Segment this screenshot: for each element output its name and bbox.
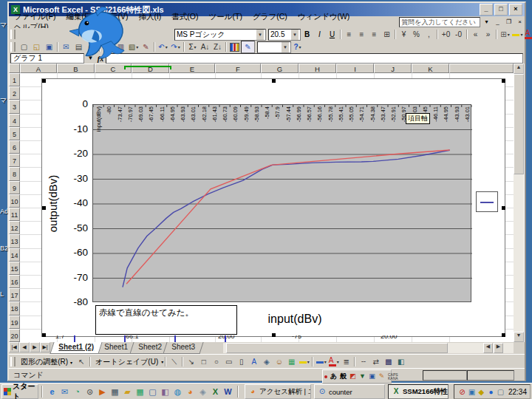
text-box-icon[interactable]: ▭ — [222, 356, 235, 367]
percent-icon[interactable]: % — [410, 29, 423, 40]
chart-text-box[interactable]: 赤線で直線のせてみた。 — [95, 305, 237, 335]
column-header-C[interactable]: C — [95, 64, 132, 73]
column-header-J[interactable]: J — [374, 64, 412, 73]
open-icon[interactable]: ◱ — [30, 41, 43, 52]
shadow-icon[interactable]: ▩ — [382, 356, 395, 367]
fill-color-icon[interactable]: ▾ — [511, 29, 524, 40]
sort-asc-icon[interactable]: A↓ — [199, 41, 211, 52]
autoshape-button[interactable]: オートシェイプ(U) — [92, 357, 161, 367]
task-button-1[interactable]: ◕アクセス解析 | ユ... — [245, 384, 311, 399]
task-button-2[interactable]: ⊙counter — [314, 384, 385, 399]
menu-5[interactable]: ツール(T) — [204, 11, 248, 21]
minimize-button[interactable]: _ — [480, 4, 493, 16]
arrow-icon[interactable]: ↘ — [185, 356, 197, 367]
drawing-icon[interactable]: ✎ — [241, 41, 255, 53]
line-color-icon[interactable]: ▾ — [315, 356, 327, 367]
row-header-19[interactable]: 19 — [9, 316, 20, 329]
tab-next-icon[interactable]: ▶ — [30, 342, 40, 352]
selection-handle[interactable] — [272, 79, 276, 83]
messenger-icon[interactable]: ● — [486, 388, 496, 396]
oval-icon[interactable]: ○ — [210, 356, 222, 367]
redo-icon[interactable]: ↷▾ — [169, 41, 182, 52]
vertical-text-box-icon[interactable]: ▯ — [235, 356, 248, 367]
ie-icon[interactable]: e — [46, 386, 58, 398]
row-header-8[interactable]: 8 — [9, 167, 20, 180]
font-color-icon[interactable]: A▾ — [327, 356, 340, 367]
clip-art-icon[interactable]: ☺ — [273, 356, 285, 367]
font-name-combo[interactable]: MS Pゴシック ▼ — [174, 29, 266, 41]
column-header-E[interactable]: E — [169, 64, 215, 73]
shape-adjust-button[interactable]: 図形の調整(R) ▾ — [18, 357, 75, 367]
dash-style-icon[interactable]: ╌ — [357, 356, 369, 367]
question-input[interactable]: 質問を入力してください — [399, 17, 480, 27]
ime-tool2-icon[interactable]: ▼ — [358, 372, 367, 381]
column-header-K[interactable]: K — [412, 64, 449, 73]
column-header-I[interactable]: I — [336, 64, 374, 73]
task-button-3[interactable]: XSSM2166特性... — [388, 384, 449, 399]
arrow-style-icon[interactable]: ⇄ — [369, 356, 382, 367]
undo-icon[interactable]: ↶▾ — [157, 41, 169, 52]
diagram-icon[interactable]: ◈ — [260, 356, 273, 367]
doc-minimize-button[interactable]: _ — [493, 18, 502, 27]
borders-icon[interactable]: ⊞▾ — [499, 29, 511, 40]
help-icon[interactable]: ?▾ — [291, 41, 304, 52]
desktop-icon-label[interactable]: Ad — [0, 208, 8, 215]
row-header-14[interactable]: 14 — [9, 248, 20, 262]
row-header-15[interactable]: 15 — [9, 262, 20, 275]
ime-conversion-icon[interactable]: 般 — [338, 372, 348, 381]
scroll-right-icon[interactable]: ▶ — [494, 343, 503, 353]
mail-icon[interactable]: ✉ — [58, 386, 71, 398]
sort-desc-icon[interactable]: Z↓ — [211, 41, 224, 52]
chevron-down-icon[interactable]: ▼ — [282, 42, 289, 52]
row-header-1[interactable]: 1 — [9, 73, 20, 86]
row-header-10[interactable]: 10 — [9, 194, 20, 208]
align-right-icon[interactable]: ≡ — [368, 29, 381, 40]
image-icon[interactable]: ▦ — [134, 386, 146, 398]
desktop-icon-label[interactable]: マイ — [0, 96, 8, 106]
menu-3[interactable]: 挿入(I) — [133, 11, 166, 21]
console-icon[interactable]: ▦ — [109, 386, 121, 398]
chevron-down-icon[interactable]: ▼ — [291, 30, 299, 40]
formula-input[interactable] — [106, 53, 523, 64]
chart-object[interactable]: output(dBv) 0-10-20-30-40-50-60-70-80 in… — [41, 78, 505, 337]
scroll-left-icon[interactable]: ◀ — [483, 343, 493, 353]
media-icon[interactable]: ◔ — [71, 386, 83, 398]
picture-icon[interactable]: ▦ — [285, 356, 298, 367]
column-header-partial[interactable] — [449, 64, 514, 73]
app-icon[interactable]: ◧ — [159, 386, 171, 398]
horizontal-scrollbar[interactable]: ◀ ▶ — [223, 343, 514, 353]
vertical-scrollbar[interactable]: ▲ ▼ — [514, 64, 524, 342]
player-icon[interactable]: ▶ — [96, 386, 109, 398]
sheet-tab-1[interactable]: Sheet1 (2) — [50, 342, 102, 354]
chevron-down-icon[interactable]: ▼ — [256, 30, 264, 40]
chart-wizard-icon[interactable] — [228, 41, 241, 52]
tab-last-icon[interactable]: ▶| — [40, 342, 50, 352]
column-header-F[interactable]: F — [215, 64, 261, 73]
desktop-icon-label[interactable]: L — [0, 290, 8, 298]
close-button[interactable]: × — [509, 4, 522, 16]
horizontal-scroll-thumb[interactable] — [226, 343, 448, 353]
font-size-combo[interactable]: 20.5 ▼ — [268, 29, 301, 41]
magnifier-icon[interactable]: ⊙ — [83, 386, 96, 398]
row-header-9[interactable]: 9 — [9, 181, 20, 194]
start-button[interactable]: スタート — [1, 384, 38, 399]
toolbar-grip[interactable] — [10, 357, 16, 366]
rectangle-icon[interactable]: □ — [197, 356, 210, 367]
selection-handle[interactable] — [42, 206, 46, 210]
ime-hiragana-icon[interactable]: あ — [329, 372, 338, 381]
plot-area[interactable] — [92, 104, 471, 302]
column-header-A[interactable]: A — [20, 64, 57, 73]
row-header-2[interactable]: 2 — [9, 86, 20, 100]
italic-icon[interactable]: I — [313, 29, 326, 40]
row-header-7[interactable]: 7 — [9, 154, 20, 167]
column-header-B[interactable]: B — [57, 64, 95, 73]
column-header-G[interactable]: G — [261, 64, 299, 73]
3d-style-icon[interactable]: ◧ — [395, 356, 407, 367]
row-header-11[interactable]: 11 — [9, 208, 20, 221]
network-icon[interactable]: ▣ — [467, 388, 477, 396]
doc-restore-button[interactable]: ❐ — [504, 18, 514, 27]
zoom-combo[interactable]: ▼ — [257, 41, 291, 53]
word-art-icon[interactable]: A — [248, 356, 260, 367]
globe-icon[interactable]: ◍ — [171, 386, 184, 398]
align-center-icon[interactable]: ≡ — [355, 29, 368, 40]
